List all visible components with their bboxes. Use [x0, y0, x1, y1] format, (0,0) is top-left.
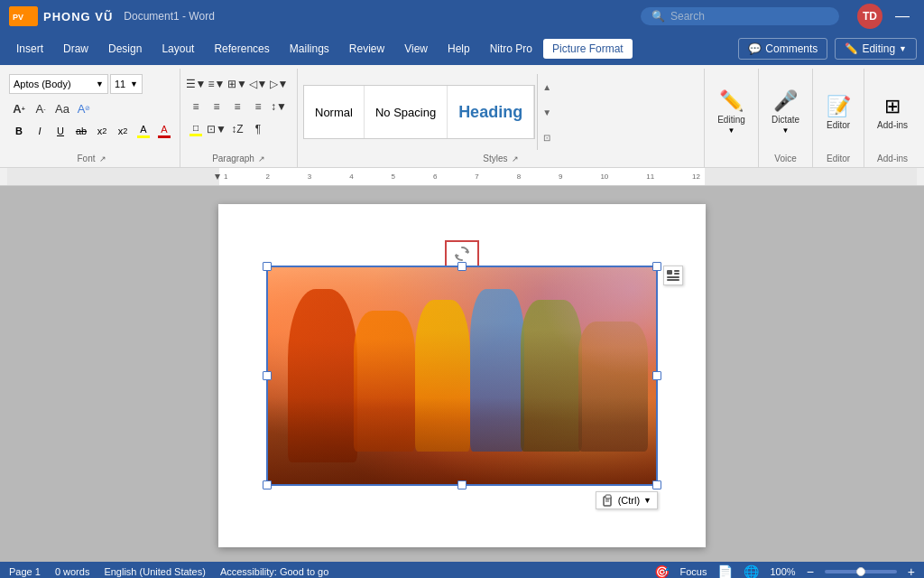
print-layout-button[interactable]: 📄	[717, 564, 733, 578]
text-highlight-color-button[interactable]: A	[134, 121, 153, 141]
font-color-button[interactable]: A	[154, 121, 174, 141]
menu-references[interactable]: References	[205, 39, 278, 59]
bullets-button[interactable]: ☰▼	[186, 74, 206, 94]
menu-review[interactable]: Review	[340, 39, 393, 59]
resize-handle-tr[interactable]	[652, 262, 661, 271]
increase-indent-button[interactable]: ▷▼	[269, 74, 289, 94]
resize-handle-tl[interactable]	[263, 262, 272, 271]
title-bar: PV PHONG VŨ Document1 - Word 🔍 TD —	[0, 0, 924, 33]
zoom-slider[interactable]	[825, 570, 897, 573]
document-area: (Ctrl) ▼	[0, 186, 924, 562]
sort-button[interactable]: ↕Z	[227, 119, 247, 139]
styles-scroll-down-button[interactable]: ▼	[538, 99, 556, 125]
menu-nitro-pro[interactable]: Nitro Pro	[481, 39, 541, 59]
language-indicator[interactable]: English (United States)	[104, 566, 206, 577]
status-right: 🎯 Focus 📄 🌐 100% − +	[654, 564, 915, 578]
style-heading1[interactable]: Heading	[448, 86, 534, 138]
menu-layout[interactable]: Layout	[152, 39, 203, 59]
resize-handle-br[interactable]	[652, 480, 661, 489]
align-center-button[interactable]: ≡	[207, 97, 226, 117]
decrease-indent-button[interactable]: ◁▼	[248, 74, 268, 94]
styles-scroll-up-button[interactable]: ▲	[538, 74, 556, 99]
font-name-selector[interactable]: Aptos (Body) ▼	[9, 74, 108, 94]
ribbon-voice-group: 🎤 Dictate ▼ Voice	[759, 69, 813, 167]
editor-icon: 📝	[827, 95, 851, 118]
editor-group-label: Editor	[818, 152, 858, 165]
line-spacing-button[interactable]: ↕▼	[269, 97, 289, 117]
subscript-button[interactable]: x2	[92, 121, 112, 141]
resize-handle-ml[interactable]	[263, 371, 272, 380]
justify-button[interactable]: ≡	[248, 97, 268, 117]
selection-border	[266, 266, 658, 486]
chevron-down-icon: ▼	[728, 126, 735, 135]
editing-big-button[interactable]: ✏️ Editing ▼	[710, 86, 753, 138]
comments-button[interactable]: 💬 Comments	[738, 38, 827, 60]
focus-label[interactable]: Focus	[680, 566, 707, 577]
minimize-button[interactable]: —	[890, 4, 915, 29]
multilevel-list-button[interactable]: ⊞▼	[227, 74, 247, 94]
paragraph-group-expand-icon[interactable]: ↗	[258, 154, 265, 163]
addins-button[interactable]: ⊞ Add-ins	[870, 91, 915, 134]
editor-button[interactable]: 📝 Editor	[818, 91, 858, 134]
styles-expand-button[interactable]: ⊡	[538, 125, 556, 150]
svg-rect-10	[605, 495, 611, 499]
chevron-down-icon: ▼	[782, 126, 790, 135]
borders-button[interactable]: ⊡▼	[207, 119, 226, 139]
style-no-spacing[interactable]: No Spacing	[365, 86, 448, 138]
search-bar[interactable]: 🔍	[641, 7, 839, 25]
underline-button[interactable]: U	[51, 121, 70, 141]
image-wrapper[interactable]: (Ctrl) ▼	[268, 267, 656, 484]
numbering-button[interactable]: ≡▼	[207, 74, 226, 94]
editing-button[interactable]: ✏️ Editing ▼	[835, 38, 917, 60]
menu-insert[interactable]: Insert	[7, 39, 52, 59]
menu-view[interactable]: View	[395, 39, 437, 59]
logo-text: PHONG VŨ	[43, 10, 113, 23]
decrease-font-button[interactable]: A-	[31, 98, 51, 118]
menu-draw[interactable]: Draw	[54, 39, 97, 59]
search-input[interactable]	[670, 10, 824, 23]
resize-handle-tc[interactable]	[457, 262, 467, 271]
italic-button[interactable]: I	[30, 121, 50, 141]
svg-rect-5	[674, 270, 679, 272]
zoom-out-button[interactable]: −	[807, 564, 814, 578]
style-normal[interactable]: Normal	[304, 86, 365, 138]
menu-picture-format[interactable]: Picture Format	[543, 39, 633, 59]
resize-handle-mr[interactable]	[652, 371, 661, 380]
bold-button[interactable]: B	[9, 121, 29, 141]
svg-text:PV: PV	[13, 13, 23, 22]
styles-group-expand-icon[interactable]: ↗	[512, 154, 519, 163]
show-paragraph-button[interactable]: ¶	[248, 119, 268, 139]
avatar[interactable]: TD	[857, 4, 882, 29]
paragraph-group-label: Paragraph ↗	[186, 152, 291, 165]
zoom-in-button[interactable]: +	[908, 564, 915, 578]
resize-handle-bc[interactable]	[457, 480, 467, 489]
paste-option-button[interactable]: (Ctrl) ▼	[596, 491, 658, 509]
font-group-expand-icon[interactable]: ↗	[99, 154, 106, 163]
resize-handle-bl[interactable]	[263, 480, 272, 489]
shading-button[interactable]: □	[186, 119, 206, 139]
accessibility-status[interactable]: Accessibility: Good to go	[220, 566, 328, 577]
ribbon-editing-group: ✏️ Editing ▼ .	[705, 69, 759, 167]
strikethrough-button[interactable]: ab	[71, 121, 91, 141]
focus-button[interactable]: 🎯	[654, 564, 670, 578]
chevron-down-icon[interactable]: ▼	[643, 496, 651, 505]
increase-font-button[interactable]: A+	[9, 98, 29, 118]
svg-rect-4	[667, 270, 672, 275]
superscript-button[interactable]: x2	[113, 121, 133, 141]
change-case-button[interactable]: Aa	[52, 98, 72, 118]
ribbon-paragraph-group: ☰▼ ≡▼ ⊞▼ ◁▼ ▷▼ ≡ ≡ ≡ ≡ ↕▼ □	[180, 69, 298, 167]
document-page: (Ctrl) ▼	[218, 204, 706, 547]
menu-design[interactable]: Design	[99, 39, 151, 59]
menu-help[interactable]: Help	[439, 39, 479, 59]
align-right-button[interactable]: ≡	[227, 97, 247, 117]
web-layout-button[interactable]: 🌐	[744, 564, 759, 578]
menu-mailings[interactable]: Mailings	[281, 39, 338, 59]
ribbon-font-group: Aptos (Body) ▼ 11 ▼ A+ A- Aa A⊘ B I	[4, 69, 180, 167]
ribbon-styles-group: Normal No Spacing Heading ▲ ▼ ⊡ Styles ↗	[298, 69, 705, 167]
clear-format-button[interactable]: A⊘	[74, 98, 94, 118]
layout-options-button[interactable]	[663, 266, 683, 285]
dictate-button[interactable]: 🎤 Dictate ▼	[764, 86, 807, 138]
ribbon-addins-group: ⊞ Add-ins Add-ins	[864, 69, 920, 167]
font-size-selector[interactable]: 11 ▼	[110, 74, 143, 94]
align-left-button[interactable]: ≡	[186, 97, 206, 117]
